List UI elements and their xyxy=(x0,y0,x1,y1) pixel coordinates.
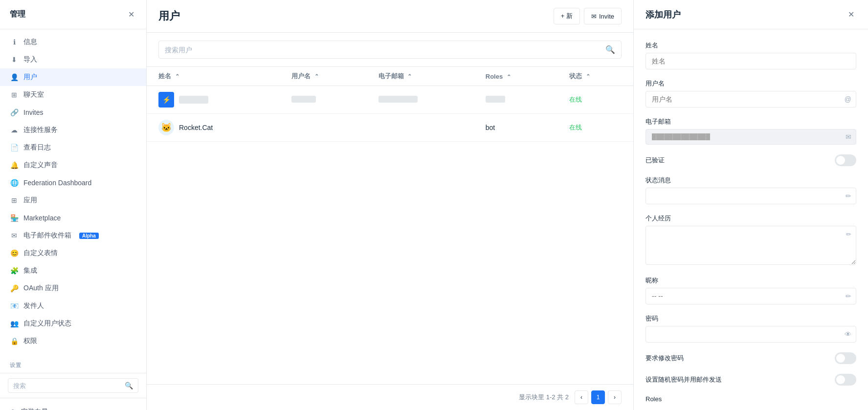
user-name-blurred xyxy=(179,96,208,104)
sidebar-item-sounds[interactable]: 🔔 自定义声音 xyxy=(0,156,146,174)
sidebar-item-users[interactable]: 👤 用户 xyxy=(0,68,146,86)
grid-icon: ⊞ xyxy=(10,90,19,99)
username-field-group: 用户名 @ xyxy=(645,79,856,108)
sidebar-item-apps[interactable]: ⊞ 应用 xyxy=(0,192,146,209)
password-input[interactable] xyxy=(645,326,856,343)
col-name[interactable]: 姓名 ⌃ xyxy=(147,67,280,86)
table-row[interactable]: ⚡ 在线 xyxy=(147,86,633,114)
envelope-icon: ✉ xyxy=(846,133,851,141)
username-label: 用户名 xyxy=(645,79,856,88)
cell-name: 🐱 Rocket.Cat xyxy=(147,114,280,142)
sidebar-item-userstatus[interactable]: 👥 自定义用户状态 xyxy=(0,315,146,332)
edit-icon: ✏ xyxy=(846,231,851,238)
envelope-icon: ✉ xyxy=(10,231,19,240)
random-password-row: 设置随机密码并用邮件发送 xyxy=(645,374,856,386)
pagination: ‹ 1 › xyxy=(575,390,622,404)
sort-icon: ⌃ xyxy=(586,73,590,79)
search-box[interactable]: 🔍 xyxy=(8,378,138,393)
sidebar-item-rooms[interactable]: ⊞ 聊天室 xyxy=(0,86,146,104)
nickname-label: 昵称 xyxy=(645,276,856,285)
store-icon: 🏪 xyxy=(10,214,19,222)
sidebar-bottom: ⚙ 安装向导 🛡 保留政策 xyxy=(0,398,146,410)
random-password-toggle[interactable] xyxy=(835,374,856,386)
roles-label: Roles xyxy=(645,395,856,403)
new-user-button[interactable]: + 新 xyxy=(554,8,580,24)
sidebar-item-import[interactable]: ⬇ 导入 xyxy=(0,51,146,68)
person-icon: 👥 xyxy=(10,319,19,328)
email-input-wrap: ✉ xyxy=(645,129,856,145)
setup-wizard-label: 安装向导 xyxy=(21,408,48,410)
sidebar-item-viewlogs[interactable]: 📄 查看日志 xyxy=(0,139,146,156)
key-icon: 🔑 xyxy=(10,284,19,293)
sidebar-item-emailinbox[interactable]: ✉ 电子邮件收件箱 Alpha xyxy=(0,227,146,244)
import-icon: ⬇ xyxy=(10,55,19,64)
user-name: Rocket.Cat xyxy=(179,124,213,131)
sidebar-item-integrations[interactable]: 🧩 集成 xyxy=(0,262,146,280)
page-1-button[interactable]: 1 xyxy=(591,390,605,404)
prev-page-button[interactable]: ‹ xyxy=(575,390,588,404)
sidebar-item-info[interactable]: ℹ 信息 xyxy=(0,33,146,51)
email-field-group: 电子邮箱 ✉ xyxy=(645,117,856,145)
next-page-button[interactable]: › xyxy=(608,390,622,404)
email-input[interactable] xyxy=(645,129,856,145)
status-message-input[interactable] xyxy=(645,188,856,204)
col-username[interactable]: 用户名 ⌃ xyxy=(280,67,366,86)
sidebar-item-oauth[interactable]: 🔑 OAuth 应用 xyxy=(0,280,146,297)
puzzle-icon: 🧩 xyxy=(10,266,19,275)
panel-close-button[interactable]: ✕ xyxy=(846,8,856,21)
sidebar-item-permissions[interactable]: 🔒 权限 xyxy=(0,332,146,350)
link-icon: 🔗 xyxy=(10,108,19,117)
sidebar-item-setup-wizard[interactable]: ⚙ 安装向导 xyxy=(10,404,136,410)
cell-name: ⚡ xyxy=(147,86,280,114)
search-users-input[interactable] xyxy=(165,46,601,54)
sidebar-item-label: 连接性服务 xyxy=(23,126,58,134)
apps-icon: ⊞ xyxy=(10,196,19,205)
sidebar-item-label: 权限 xyxy=(23,337,37,345)
col-email[interactable]: 电子邮箱 ⌃ xyxy=(367,67,474,86)
table-row[interactable]: 🐱 Rocket.Cat bot 在线 xyxy=(147,114,633,142)
roles-field-group: Roles xyxy=(645,395,856,403)
search-icon: 🔍 xyxy=(125,382,133,389)
search-icon: 🔍 xyxy=(605,45,615,54)
sidebar-item-label: 应用 xyxy=(23,196,37,205)
status-message-group: 状态消息 ✏ xyxy=(645,176,856,204)
settings-search-input[interactable] xyxy=(13,382,121,389)
sidebar-item-invites[interactable]: 🔗 Invites xyxy=(0,104,146,121)
col-status[interactable]: 状态 ⌃ xyxy=(557,67,633,86)
random-password-group: 设置随机密码并用邮件发送 xyxy=(645,374,856,386)
nickname-input[interactable] xyxy=(645,288,856,304)
cell-username xyxy=(280,114,366,142)
user-icon: 👤 xyxy=(10,73,19,82)
username-input[interactable] xyxy=(645,91,856,108)
header-actions: + 新 ✉ Invite xyxy=(554,8,622,24)
eye-icon: 👁 xyxy=(845,330,851,338)
name-input[interactable] xyxy=(645,53,856,69)
sidebar-item-label: 用户 xyxy=(23,73,37,82)
main-header: 用户 + 新 ✉ Invite xyxy=(147,0,633,33)
sidebar-item-marketplace[interactable]: 🏪 Marketplace xyxy=(0,209,146,227)
settings-section-label: 设置 xyxy=(0,354,146,373)
users-table-container: 姓名 ⌃ 用户名 ⌃ 电子邮箱 ⌃ Roles ⌃ 状态 ⌃ ⚡ xyxy=(147,67,633,384)
invite-button[interactable]: ✉ Invite xyxy=(584,8,622,24)
sidebar-item-emoji[interactable]: 😊 自定义表情 xyxy=(0,244,146,262)
bio-textarea[interactable] xyxy=(645,226,856,265)
sidebar: 管理 ✕ ℹ 信息 ⬇ 导入 👤 用户 ⊞ 聊天室 🔗 Invites ☁ 连接… xyxy=(0,0,147,410)
sidebar-close-button[interactable]: ✕ xyxy=(126,8,136,21)
username-input-wrap: @ xyxy=(645,91,856,108)
sidebar-item-mailer[interactable]: 📧 发件人 xyxy=(0,297,146,315)
panel-header: 添加用户 ✕ xyxy=(634,0,868,29)
verified-label: 已验证 xyxy=(645,156,665,165)
add-user-panel: 添加用户 ✕ 姓名 用户名 @ 电子邮箱 ✉ 已验证 xyxy=(633,0,868,410)
sidebar-item-label: 自定义声音 xyxy=(23,161,58,170)
sidebar-item-federation[interactable]: 🌐 Federation Dashboard xyxy=(0,174,146,192)
roles-blurred xyxy=(486,96,505,103)
sidebar-item-label: 导入 xyxy=(23,55,37,64)
sort-icon: ⌃ xyxy=(507,74,511,80)
sidebar-item-connectivity[interactable]: ☁ 连接性服务 xyxy=(0,121,146,139)
col-roles[interactable]: Roles ⌃ xyxy=(474,67,557,86)
cell-roles: bot xyxy=(474,114,557,142)
verified-toggle[interactable] xyxy=(835,154,856,166)
table-footer: 显示块里 1-2 共 2 ‹ 1 › xyxy=(147,384,633,410)
alpha-badge: Alpha xyxy=(79,233,99,239)
require-password-toggle[interactable] xyxy=(835,352,856,364)
